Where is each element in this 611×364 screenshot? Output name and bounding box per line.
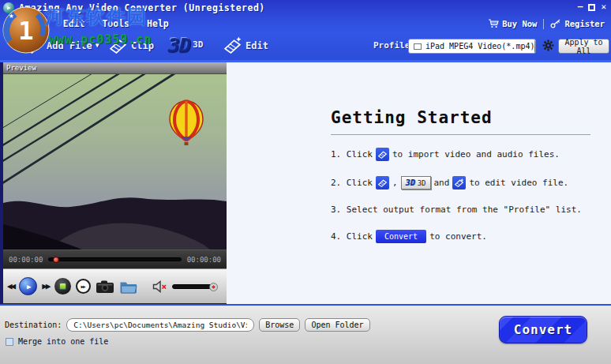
add-file-mini-icon — [376, 148, 389, 161]
buy-now-label: Buy Now — [502, 19, 537, 28]
browse-button[interactable]: Browse — [259, 318, 300, 332]
watermark-site-name: 河东软件园 — [45, 4, 148, 29]
volume-thumb[interactable] — [209, 283, 218, 291]
folder-icon — [119, 280, 138, 294]
edit-button[interactable]: Edit — [223, 36, 268, 55]
divider — [543, 19, 544, 29]
step-2-text: 2. Click — [331, 178, 373, 188]
stop-icon — [59, 283, 66, 290]
profile-settings-button[interactable] — [542, 39, 555, 52]
seek-thumb[interactable] — [53, 257, 59, 263]
step-forward-button[interactable]: ▶▶ — [76, 279, 91, 294]
divider — [331, 134, 590, 135]
watermark-logo: 1 ★ — [2, 6, 51, 54]
edit-mini-icon — [452, 176, 466, 190]
step-4-text: 4. Click — [331, 231, 373, 242]
register-button[interactable]: Register — [550, 19, 605, 28]
step-4: 4. Click Convert to convert. — [331, 230, 590, 243]
merge-checkbox[interactable] — [6, 338, 13, 346]
play-icon: ▶ — [27, 283, 31, 291]
time-elapsed: 00:00:00 — [9, 256, 43, 264]
watermark-site-url: www.pc0359.cn — [49, 32, 152, 47]
getting-started-title: Getting Started — [331, 108, 590, 127]
three-d-logo: 3D — [167, 33, 189, 56]
minimize-button[interactable]: — — [578, 2, 583, 12]
convert-button[interactable]: Convert — [499, 316, 587, 343]
key-icon — [550, 19, 561, 28]
merge-label: Merge into one file — [18, 337, 108, 346]
video-preview[interactable] — [3, 74, 227, 250]
clip-mini-icon — [376, 176, 389, 190]
getting-started-panel: Getting Started 1. Click to import video… — [227, 62, 611, 304]
profile-dropdown[interactable]: iPad MPEG4 Video(*.mp4) ▼ — [408, 39, 536, 54]
step-1-text: to import video and audio files. — [392, 149, 560, 159]
speaker-muted-icon — [152, 280, 167, 293]
snapshot-button[interactable] — [96, 280, 114, 294]
destination-label: Destination: — [5, 321, 62, 329]
mute-button[interactable] — [152, 280, 167, 293]
buy-now-button[interactable]: Buy Now — [488, 19, 537, 28]
time-total: 00:00:00 — [187, 256, 221, 264]
app-window: ▶ Amazing Any Video Converter (Unregiste… — [0, 0, 611, 364]
three-d-mini-label: 3D — [418, 179, 426, 187]
step-1-text: 1. Click — [331, 149, 373, 159]
three-d-mini-button: 3D 3D — [401, 176, 431, 190]
destination-input[interactable] — [66, 318, 254, 332]
maximize-button[interactable] — [588, 4, 595, 11]
svg-text:★: ★ — [9, 10, 14, 21]
stop-button[interactable] — [54, 278, 71, 295]
camera-icon — [96, 280, 114, 294]
video-frame — [3, 74, 227, 250]
three-d-label: 3D — [193, 39, 203, 50]
three-d-button[interactable]: 3D 3D — [167, 33, 203, 56]
play-button[interactable]: ▶ — [19, 277, 37, 295]
rewind-button[interactable]: ◀◀ — [7, 281, 14, 291]
step-1: 1. Click to import video and audio files… — [331, 148, 590, 161]
step-4-text: to convert. — [429, 231, 487, 242]
seek-track[interactable] — [48, 257, 181, 261]
open-folder-button[interactable]: Open Folder — [305, 318, 369, 332]
preview-header: Preview — [3, 62, 227, 74]
convert-mini-button: Convert — [376, 230, 426, 243]
fast-forward-button[interactable]: ▶▶ — [42, 281, 49, 291]
open-file-folder-button[interactable] — [119, 280, 138, 294]
edit-icon — [223, 36, 242, 55]
close-button[interactable]: ✕ — [601, 2, 606, 12]
gear-icon — [542, 39, 555, 52]
dropdown-arrow-icon[interactable]: ▼ — [534, 39, 536, 53]
step-2-text: , — [392, 178, 398, 188]
register-label: Register — [564, 19, 605, 28]
volume-slider[interactable] — [172, 284, 216, 289]
step-3: 3. Select output format from the "Profil… — [331, 205, 590, 215]
edit-label: Edit — [246, 40, 268, 51]
seek-bar-row: 00:00:00 00:00:00 — [3, 250, 227, 268]
player-controls: ◀◀ ▶ ▶▶ ▶▶ — [3, 268, 227, 303]
menu-help[interactable]: Help — [147, 18, 169, 29]
bottom-bar: Destination: Browse Open Folder Merge in… — [0, 304, 611, 364]
profile-value: iPad MPEG4 Video(*.mp4) — [425, 42, 534, 51]
main-area: Preview — [0, 62, 611, 304]
apply-to-all-button[interactable]: Apply to All — [558, 39, 609, 54]
svg-text:1: 1 — [18, 16, 33, 46]
cart-icon — [488, 19, 499, 28]
step-forward-icon: ▶▶ — [81, 283, 84, 289]
three-d-mini-logo: 3D — [406, 178, 415, 187]
step-3-text: 3. Select output format from the "Profil… — [331, 205, 582, 215]
preview-pane: Preview — [0, 62, 227, 304]
step-2-text: and — [434, 178, 450, 188]
step-2: 2. Click , 3D 3D and to edit — [331, 176, 590, 190]
step-2-text: to edit video file. — [469, 178, 568, 188]
device-icon — [414, 43, 422, 50]
